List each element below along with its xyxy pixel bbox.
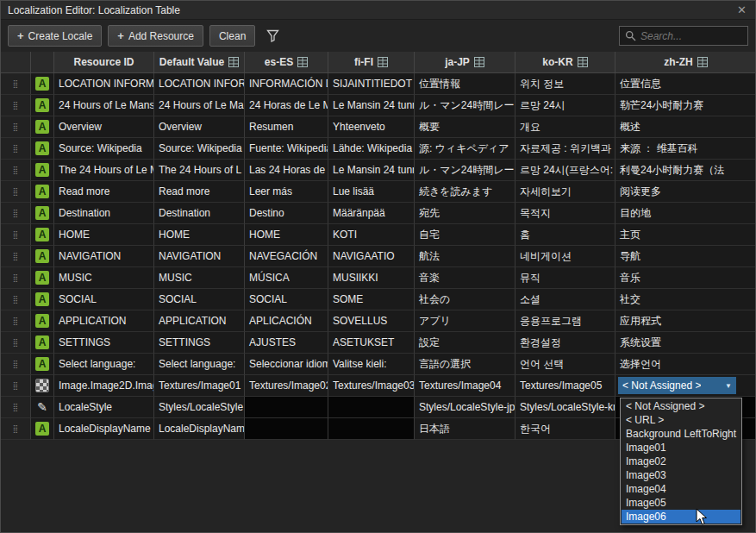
table-cell[interactable]: 홈 [515,224,615,246]
table-cell[interactable]: 阅读更多 [615,181,756,203]
table-cell[interactable]: 続きを読みます [415,181,515,203]
search-box[interactable] [619,26,748,46]
dropdown-menu-item[interactable]: Image06 [622,510,740,524]
table-cell[interactable]: 应用程式 [615,310,756,332]
table-cell[interactable]: 系统设置 [615,332,756,354]
table-cell[interactable]: MÚSICA [245,267,328,289]
row-drag-handle[interactable]: ⣿ [1,418,31,440]
row-drag-handle[interactable]: ⣿ [1,267,31,289]
row-drag-handle[interactable]: ⣿ [1,160,31,181]
table-cell[interactable]: Määränpää [328,203,415,224]
table-cell[interactable] [245,397,328,418]
table-cell[interactable]: Select language: [154,354,245,375]
table-cell[interactable]: 目的地 [615,203,756,224]
table-cell[interactable]: HOME [245,224,328,246]
table-cell[interactable]: SIJAINTITIEDOT [328,73,415,95]
row-drag-handle[interactable]: ⣿ [1,181,31,203]
table-cell[interactable]: 자세히보기 [515,181,615,203]
table-cell[interactable]: SOCIAL [245,289,328,310]
row-drag-handle[interactable]: ⣿ [1,246,31,267]
row-drag-handle[interactable]: ⣿ [1,224,31,246]
table-cell[interactable]: Valitse kieli: [328,354,415,375]
table-cell[interactable]: The 24 Hours of L [154,160,245,181]
table-cell[interactable]: 한국어 [515,418,615,440]
table-cell[interactable]: Seleccionar idiom [245,354,328,375]
table-cell[interactable]: Le Mansin 24 tunn [328,160,415,181]
table-cell[interactable]: 24 Horas de Le M [245,95,328,116]
column-header-zh-zh[interactable]: zh-ZH [615,52,756,73]
dropdown-menu-item[interactable]: Image03 [622,468,740,482]
table-cell[interactable]: Textures/Image05 [515,375,615,397]
column-header-es-es[interactable]: es-ES [245,52,328,73]
table-cell[interactable]: SETTINGS [154,332,245,354]
table-cell[interactable]: 来源 ： 维基百科 [615,138,756,160]
dropdown-menu-item[interactable]: Image02 [622,455,740,468]
table-cell[interactable]: Textures/Image02 [245,375,328,397]
table-cell[interactable]: SOCIAL [54,289,154,310]
table-cell[interactable]: Yhteenveto [328,116,415,138]
table-cell[interactable]: LocaleDisplayName [54,418,154,440]
table-cell[interactable]: Overview [54,116,154,138]
dropdown-menu-item[interactable]: Image05 [622,496,740,510]
table-cell[interactable]: AJUSTES [245,332,328,354]
table-cell[interactable]: Destination [154,203,245,224]
row-drag-handle[interactable]: ⣿ [1,289,31,310]
table-cell[interactable] [328,397,415,418]
table-cell[interactable]: 航法 [415,246,515,267]
row-drag-handle[interactable]: ⣿ [1,73,31,95]
column-header-resource-id[interactable]: Resource ID [54,52,154,73]
table-cell[interactable]: LocaleDisplayNam [154,418,245,440]
row-drag-handle[interactable]: ⣿ [1,138,31,160]
table-cell[interactable]: 概要 [415,116,515,138]
table-cell[interactable]: 音楽 [415,267,515,289]
row-drag-handle[interactable]: ⣿ [1,375,31,397]
table-cell[interactable]: Styles/LocaleStyle-jp [415,397,515,418]
dropdown-menu-item[interactable]: < Not Assigned > [622,399,740,413]
table-cell[interactable]: ASETUKSET [328,332,415,354]
table-cell[interactable]: SETTINGS [54,332,154,354]
table-cell[interactable]: 르망 24시(프랑스어: 2 [515,160,615,181]
table-cell[interactable]: Fuente: Wikipedia [245,138,328,160]
search-input[interactable] [640,30,742,42]
table-cell[interactable] [245,418,328,440]
table-cell[interactable]: MUSIC [54,267,154,289]
table-cell[interactable]: Resumen [245,116,328,138]
filter-button[interactable] [261,25,284,47]
table-cell[interactable]: NAVEGACIÓN [245,246,328,267]
table-cell[interactable]: Source: Wikipedia [154,138,245,160]
table-cell[interactable]: Textures/Image03 [328,375,415,397]
table-cell[interactable]: LOCATION INFOR [154,73,245,95]
table-cell[interactable]: ル・マン24時間レース（ [415,160,515,181]
row-drag-handle[interactable]: ⣿ [1,397,31,418]
add-resource-button[interactable]: + Add Resource [108,25,203,47]
table-cell[interactable]: APLICACIÓN [245,310,328,332]
table-cell[interactable]: Lue lisää [328,181,415,203]
table-cell[interactable]: Textures/Image01 [154,375,245,397]
table-cell[interactable]: 位置信息 [615,73,756,95]
table-cell[interactable]: 設定 [415,332,515,354]
table-cell[interactable]: Styles/LocaleStyle [154,397,245,418]
table-cell[interactable]: 宛先 [415,203,515,224]
table-cell[interactable]: 主页 [615,224,756,246]
close-icon[interactable]: ✕ [735,3,748,16]
row-drag-handle[interactable]: ⣿ [1,310,31,332]
table-cell[interactable]: Read more [154,181,245,203]
table-cell[interactable]: 네비게이션 [515,246,615,267]
table-cell[interactable]: APPLICATION [154,310,245,332]
row-drag-handle[interactable]: ⣿ [1,95,31,116]
table-cell[interactable]: Lähde: Wikipedia [328,138,415,160]
table-cell[interactable]: 日本語 [415,418,515,440]
table-cell[interactable]: 自宅 [415,224,515,246]
table-cell[interactable]: INFORMACIÓN D [245,73,328,95]
table-cell[interactable]: 概述 [615,116,756,138]
table-cell[interactable]: 언어 선택 [515,354,615,375]
table-cell[interactable]: LOCATION INFORMAT [54,73,154,95]
row-drag-handle[interactable]: ⣿ [1,203,31,224]
table-cell[interactable]: SOVELLUS [328,310,415,332]
column-header-ja-jp[interactable]: ja-JP [415,52,515,73]
table-cell[interactable]: HOME [154,224,245,246]
table-cell[interactable]: 源: ウィキペディア [415,138,515,160]
table-cell[interactable] [328,418,415,440]
table-cell[interactable]: 选择언어 [615,354,756,375]
table-cell[interactable]: Overview [154,116,245,138]
